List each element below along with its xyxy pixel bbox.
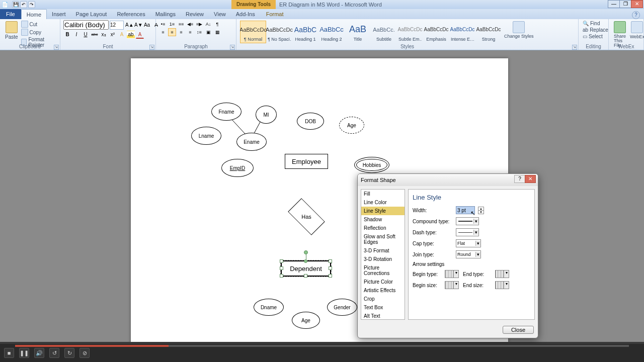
category-item[interactable]: 3-D Format	[361, 246, 405, 255]
redo-icon[interactable]: ↷	[28, 1, 35, 8]
dialog-close-button[interactable]: ✕	[525, 175, 536, 183]
strike-button[interactable]: abc	[91, 31, 99, 39]
resize-handle[interactable]	[304, 259, 307, 263]
undo-icon[interactable]: ↶	[20, 1, 27, 8]
font-size-combo[interactable]	[110, 21, 124, 30]
format-shape-dialog[interactable]: Format Shape ? ✕ FillLine ColorLine Styl…	[357, 173, 538, 338]
change-styles-button[interactable]: Change Styles	[502, 20, 536, 40]
width-down-button[interactable]: ▼	[478, 211, 484, 214]
clipboard-launcher[interactable]: ⇲	[54, 45, 59, 50]
tab-view[interactable]: View	[209, 9, 231, 19]
resize-handle[interactable]	[304, 274, 307, 278]
align-center-button[interactable]: ≡	[168, 28, 176, 36]
bold-button[interactable]: B	[63, 31, 71, 39]
attr-ename[interactable]: Ename	[236, 133, 267, 151]
tab-home[interactable]: Home	[21, 9, 47, 19]
category-item[interactable]: Line Style	[361, 207, 405, 215]
category-item[interactable]: Shadow	[361, 215, 405, 224]
line-spacing-button[interactable]: ↕≡	[195, 28, 203, 36]
dialog-titlebar[interactable]: Format Shape ? ✕	[358, 174, 538, 186]
style-item[interactable]: AaBbCcDc¶ Normal	[240, 21, 266, 43]
align-right-button[interactable]: ≡	[177, 28, 185, 36]
style-item[interactable]: AaBTitle	[345, 21, 371, 43]
width-spinner[interactable]	[456, 206, 475, 214]
begin-type-combo[interactable]: ▾	[445, 270, 459, 278]
align-left-button[interactable]: ≡	[159, 28, 167, 36]
forward-button[interactable]: ↻	[64, 348, 74, 358]
category-list[interactable]: FillLine ColorLine StyleShadowReflection…	[361, 189, 405, 320]
subscript-button[interactable]: x₂	[100, 31, 108, 39]
styles-launcher[interactable]: ⇲	[572, 45, 577, 50]
font-name-combo[interactable]	[63, 20, 109, 30]
dialog-help-button[interactable]: ?	[514, 175, 525, 183]
tab-file[interactable]: File	[0, 9, 21, 19]
play-button[interactable]: ■	[4, 348, 14, 358]
increase-indent-button[interactable]: ≡▶	[195, 20, 203, 28]
shrink-font-button[interactable]: A▼	[134, 21, 142, 29]
resize-handle[interactable]	[280, 266, 283, 270]
category-item[interactable]: Glow and Soft Edges	[361, 232, 405, 246]
close-button[interactable]: ✕	[631, 0, 643, 8]
attr-lname[interactable]: Lname	[191, 127, 221, 145]
text-effects-button[interactable]: A	[118, 31, 126, 39]
attr-empid[interactable]: EmpID	[221, 159, 254, 177]
attr-fname[interactable]: Fname	[211, 103, 242, 121]
begin-size-combo[interactable]: ▾	[445, 281, 459, 289]
underline-button[interactable]: U	[82, 31, 90, 39]
resize-handle[interactable]	[329, 274, 332, 278]
style-item[interactable]: AaBbCc.Subtitle	[371, 21, 397, 43]
numbering-button[interactable]: 1≡	[168, 20, 176, 28]
tab-review[interactable]: Review	[181, 9, 209, 19]
category-item[interactable]: Picture Corrections	[361, 263, 405, 278]
styles-gallery[interactable]: AaBbCcDc¶ NormalAaBbCcDc¶ No Spaci…AaBbC…	[239, 20, 502, 44]
resize-handle[interactable]	[280, 274, 283, 278]
superscript-button[interactable]: x²	[109, 31, 117, 39]
minimize-button[interactable]: —	[608, 0, 620, 8]
style-item[interactable]: AaBbCcHeading 2	[318, 21, 345, 43]
save-icon[interactable]: 💾	[12, 1, 19, 8]
help-icon[interactable]: ?	[632, 11, 640, 19]
entity-dependent[interactable]: Dependent	[281, 260, 331, 277]
join-type-combo[interactable]: Round▾	[456, 250, 481, 258]
font-launcher[interactable]: ⇲	[149, 45, 154, 50]
category-item[interactable]: Text Box	[361, 303, 405, 312]
rotate-handle[interactable]	[304, 250, 308, 254]
paragraph-launcher[interactable]: ⇲	[230, 45, 235, 50]
attr-hobbies[interactable]: Hobbies	[354, 157, 389, 173]
resize-handle[interactable]	[280, 259, 283, 263]
category-item[interactable]: Crop	[361, 295, 405, 303]
pause-button[interactable]: ❚❚	[19, 348, 29, 358]
italic-button[interactable]: I	[72, 31, 80, 39]
decrease-indent-button[interactable]: ◀≡	[186, 20, 194, 28]
borders-button[interactable]: ▦	[213, 28, 221, 36]
attr-age2[interactable]: Age	[292, 312, 320, 329]
grow-font-button[interactable]: A▲	[125, 21, 133, 29]
volume-button[interactable]: 🔊	[34, 348, 44, 358]
style-item[interactable]: AaBbCcDcSubtle Em…	[397, 21, 423, 43]
compound-type-combo[interactable]: ▾	[456, 217, 479, 225]
paste-button[interactable]: Paste	[3, 20, 20, 41]
tab-page-layout[interactable]: Page Layout	[71, 9, 112, 19]
attr-dname[interactable]: Dname	[254, 299, 284, 316]
font-color-button[interactable]: A	[136, 31, 144, 39]
find-button[interactable]: 🔍Find	[582, 20, 601, 27]
style-item[interactable]: AaBbCcDc¶ No Spaci…	[266, 21, 292, 43]
category-item[interactable]: 3-D Rotation	[361, 255, 405, 263]
style-item[interactable]: AaBbCcDcStrong	[475, 21, 502, 43]
webex-button[interactable]: WebEx	[628, 20, 644, 40]
highlight-button[interactable]: ab	[127, 31, 135, 39]
cut-button[interactable]: Cut	[20, 20, 57, 28]
replace-button[interactable]: abReplace	[582, 27, 609, 33]
end-size-combo[interactable]: ▾	[495, 281, 509, 289]
dash-type-combo[interactable]: ▾	[456, 228, 479, 236]
sort-button[interactable]: A↓	[204, 20, 212, 28]
tab-insert[interactable]: Insert	[47, 9, 71, 19]
cap-type-combo[interactable]: Flat▾	[456, 239, 481, 247]
multilevel-button[interactable]: ≡≡	[177, 20, 185, 28]
maximize-button[interactable]: ❐	[619, 0, 631, 8]
rewind-button[interactable]: ↺	[49, 348, 59, 358]
shading-button[interactable]: ▣	[204, 28, 212, 36]
justify-button[interactable]: ≡	[186, 28, 194, 36]
change-case-button[interactable]: Aa	[143, 21, 151, 29]
relationship-has[interactable]: Has	[290, 204, 323, 229]
